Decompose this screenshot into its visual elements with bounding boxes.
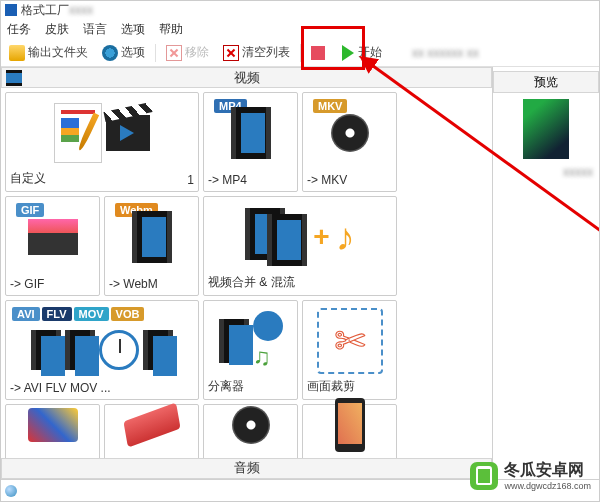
cell-partial-2[interactable]: [104, 404, 199, 457]
plus-icon: +: [313, 221, 329, 253]
category-video-label: 视频: [234, 69, 260, 87]
menu-skin[interactable]: 皮肤: [45, 21, 69, 38]
clear-list-label: 清空列表: [242, 44, 290, 61]
cell-multi-format[interactable]: AVI FLV MOV VOB -> AVI FLV MOV ...: [5, 300, 199, 400]
window-title: 格式工厂: [21, 2, 69, 19]
watermark-icon: [470, 462, 498, 490]
cell-merge-label: 视频合并 & 混流: [208, 274, 295, 291]
cell-mkv[interactable]: MKV -> MKV: [302, 92, 397, 192]
stop-icon: [311, 46, 325, 60]
crop-frame-icon: ✄: [317, 308, 383, 374]
film-icon: [31, 330, 61, 370]
separator: [155, 44, 156, 62]
start-button[interactable]: 开始: [338, 42, 386, 63]
watermark: 冬瓜安卓网 www.dgwcdz168.com: [470, 460, 591, 491]
cell-mp4[interactable]: MP4 -> MP4: [203, 92, 298, 192]
options-label: 选项: [121, 44, 145, 61]
cell-webm-label: -> WebM: [109, 277, 158, 291]
clear-list-button[interactable]: 清空列表: [219, 42, 294, 63]
film-icon: [143, 330, 173, 370]
scissors-icon: ✄: [334, 319, 366, 363]
preview-header: 预览: [493, 71, 599, 93]
cell-partial-4[interactable]: [302, 404, 397, 457]
disc-icon: [331, 114, 369, 152]
film-icon: [6, 70, 22, 86]
pencil-icon: [77, 113, 99, 152]
phone-icon: [335, 398, 365, 452]
window-title-extra: xxxx: [69, 3, 93, 17]
remove-label: 移除: [185, 44, 209, 61]
menu-options[interactable]: 选项: [121, 21, 145, 38]
app-icon: [5, 4, 17, 16]
cell-crop-label: 画面裁剪: [307, 378, 355, 395]
remove-icon: [166, 45, 182, 61]
cell-custom-label: 自定义: [10, 170, 46, 187]
note-icon: [54, 103, 102, 163]
film-icon: [219, 319, 249, 363]
options-button[interactable]: 选项: [98, 42, 149, 63]
watermark-text: 冬瓜安卓网: [504, 460, 591, 481]
cell-splitter[interactable]: ♫ 分离器: [203, 300, 298, 400]
cell-partial-3[interactable]: [203, 404, 298, 457]
music-note-icon: ♫: [253, 343, 283, 371]
film-icon: [132, 211, 172, 263]
menu-bar: 任务 皮肤 语言 选项 帮助: [1, 19, 599, 39]
cell-multi-label: -> AVI FLV MOV ...: [10, 381, 111, 395]
menu-tasks[interactable]: 任务: [7, 21, 31, 38]
category-audio-label: 音频: [234, 459, 260, 477]
cell-merge[interactable]: + ♪ 视频合并 & 混流: [203, 196, 397, 296]
left-pane: 视频 自定义 1 MP4 -> MP4 MKV -> MKV: [1, 67, 493, 479]
output-folder-button[interactable]: 输出文件夹: [5, 42, 92, 63]
cell-custom-count: 1: [187, 173, 194, 187]
cell-split-label: 分离器: [208, 378, 244, 395]
swirl-icon: [28, 408, 78, 442]
badge-avi: AVI: [12, 307, 40, 321]
menu-help[interactable]: 帮助: [159, 21, 183, 38]
preview-label: 预览: [534, 74, 558, 91]
title-bar: 格式工厂 xxxx: [1, 1, 599, 19]
toolbar-extra-blur: xx xxxxxx xx: [412, 46, 479, 60]
double-film-icon: [245, 208, 307, 266]
cell-gif-label: -> GIF: [10, 277, 44, 291]
clock-icon: [99, 330, 139, 370]
folder-icon: [9, 45, 25, 61]
separator: [300, 44, 301, 62]
main-area: 视频 自定义 1 MP4 -> MP4 MKV -> MKV: [1, 67, 599, 479]
status-dot-icon: [5, 485, 17, 497]
badge-vob: VOB: [111, 307, 145, 321]
badge-flv: FLV: [42, 307, 72, 321]
cell-mp4-label: -> MP4: [208, 173, 247, 187]
cell-partial-1[interactable]: [5, 404, 100, 457]
watermark-url: www.dgwcdz168.com: [504, 481, 591, 491]
cell-crop[interactable]: ✄ 画面裁剪: [302, 300, 397, 400]
category-header-audio[interactable]: 音频: [1, 458, 492, 479]
badge-mov: MOV: [74, 307, 109, 321]
eraser-icon: [123, 403, 180, 448]
video-grid: 自定义 1 MP4 -> MP4 MKV -> MKV GIF -> GIF W…: [1, 88, 492, 457]
film-icon: [231, 107, 271, 159]
remove-button[interactable]: 移除: [162, 42, 213, 63]
cell-gif[interactable]: GIF -> GIF: [5, 196, 100, 296]
preview-caption-blur: xxxxx: [499, 165, 593, 179]
preview-body: xxxxx: [493, 93, 599, 185]
start-label: 开始: [358, 44, 382, 61]
music-note-icon: ♪: [336, 216, 355, 259]
menu-language[interactable]: 语言: [83, 21, 107, 38]
cell-custom[interactable]: 自定义 1: [5, 92, 199, 192]
gear-icon: [102, 45, 118, 61]
photo-icon: [28, 219, 78, 255]
category-header-video[interactable]: 视频: [1, 67, 492, 88]
gear-big-icon: [253, 311, 283, 341]
preview-thumbnail[interactable]: [523, 99, 569, 159]
clear-icon: [223, 45, 239, 61]
cell-mkv-label: -> MKV: [307, 173, 347, 187]
stop-button[interactable]: [307, 44, 332, 62]
cell-webm[interactable]: Webm -> WebM: [104, 196, 199, 296]
clapper-icon: [106, 115, 150, 151]
disc-icon: [232, 406, 270, 444]
right-pane: 预览 xxxxx: [493, 67, 599, 479]
output-folder-label: 输出文件夹: [28, 44, 88, 61]
play-icon: [342, 45, 354, 61]
film-icon: [65, 330, 95, 370]
toolbar: 输出文件夹 选项 移除 清空列表 开始 xx xxxxxx xx: [1, 39, 599, 67]
